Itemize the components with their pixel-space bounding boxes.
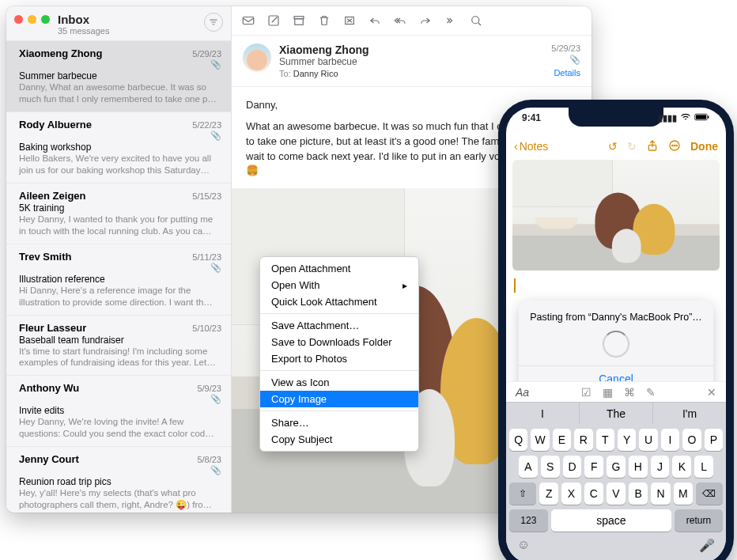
svg-rect-10 [708,115,709,118]
menu-item[interactable]: Save to Downloads Folder [260,334,418,350]
prediction[interactable]: The [580,403,653,425]
key-f[interactable]: F [584,456,603,478]
details-link[interactable]: Details [551,68,580,78]
checklist-icon[interactable]: ☑︎ [581,386,591,399]
menu-item[interactable]: Copy Image [260,391,418,407]
menu-item[interactable]: Share… [260,414,418,431]
prediction[interactable]: I'm [653,403,726,425]
predictive-bar[interactable]: ITheI'm [506,402,726,425]
search-icon[interactable] [464,10,488,31]
msg-date: 5/9/23 [197,384,221,393]
junk-icon[interactable] [338,10,361,31]
trash-icon[interactable] [312,10,336,31]
emoji-key[interactable]: ☺ [517,538,530,553]
format-aa[interactable]: Aa [516,386,529,399]
window-traffic-lights[interactable] [14,15,50,24]
key-x[interactable]: X [561,482,580,505]
notes-back-label: Notes [520,140,549,153]
more-icon[interactable] [439,10,463,31]
msg-from: Rody Albuerne [19,119,92,131]
done-button[interactable]: Done [690,140,718,153]
key-q[interactable]: Q [509,429,527,451]
key-s[interactable]: S [541,456,560,478]
key-t[interactable]: T [596,429,614,451]
menu-item[interactable]: Export to Photos [260,350,418,367]
camera-icon[interactable]: ⌘ [624,386,635,399]
undo-icon[interactable]: ↺ [608,140,618,153]
dictation-key[interactable]: 🎤 [699,538,715,553]
menu-item[interactable]: Open With▸ [260,277,418,293]
key-b[interactable]: B [629,482,648,505]
key-y[interactable]: Y [618,429,636,451]
msg-from: Trev Smith [19,251,71,263]
key-i[interactable]: I [661,429,679,451]
note-pasted-image[interactable] [512,160,720,271]
filter-icon[interactable] [204,13,223,32]
message-row[interactable]: Anthony Wu5/9/23📎Invite editsHey Danny, … [6,375,231,446]
key-k[interactable]: K [672,456,691,478]
key-p[interactable]: P [705,429,723,451]
space-key[interactable]: space [551,509,671,532]
key-c[interactable]: C [584,482,603,505]
minimize-window-dot[interactable] [28,15,36,24]
key-z[interactable]: Z [539,482,558,505]
key-u[interactable]: U [639,429,657,451]
key-a[interactable]: A [519,456,538,478]
chevron-left-icon: ‹ [514,140,518,153]
key-g[interactable]: G [607,456,626,478]
menu-item[interactable]: Save Attachment… [260,317,418,334]
key-j[interactable]: J [651,456,670,478]
message-row[interactable]: Rody Albuerne5/22/23📎Baking workshopHell… [6,112,231,183]
message-row[interactable]: Jenny Court5/8/23📎Reunion road trip pics… [6,446,231,513]
archive-icon[interactable] [287,10,311,31]
message-row[interactable]: Xiaomeng Zhong5/29/23📎Summer barbecueDan… [6,40,231,112]
shift-key[interactable]: ⇧ [509,482,536,505]
return-key[interactable]: return [675,509,723,532]
format-bar[interactable]: Aa ☑︎ ▦ ⌘ ✎ ✕ [506,381,726,403]
reply-all-icon[interactable] [388,10,412,31]
sender-avatar[interactable] [243,44,271,72]
draw-icon[interactable]: ✎ [646,386,656,399]
prediction[interactable]: I [506,403,580,425]
notes-back-button[interactable]: ‹ Notes [514,140,548,153]
numbers-key[interactable]: 123 [509,509,548,532]
header-date: 5/29/23 [551,44,580,53]
close-format-icon[interactable]: ✕ [707,386,716,399]
forward-icon[interactable] [414,10,437,31]
key-d[interactable]: D [563,456,582,478]
backspace-key[interactable]: ⌫ [696,482,723,505]
more-circle-icon[interactable] [668,139,681,154]
menu-item[interactable]: View as Icon [260,374,418,391]
msg-date: 5/22/23 [192,120,221,130]
message-list[interactable]: Xiaomeng Zhong5/29/23📎Summer barbecueDan… [6,40,231,513]
share-icon[interactable] [646,139,659,154]
envelope-icon[interactable] [236,10,260,31]
key-l[interactable]: L [694,456,713,478]
close-window-dot[interactable] [14,15,23,24]
context-menu[interactable]: Open AttachmentOpen With▸Quick Look Atta… [259,256,419,452]
key-m[interactable]: M [674,482,693,505]
key-v[interactable]: V [607,482,626,505]
menu-item[interactable]: Quick Look Attachment [260,293,418,310]
menu-item[interactable]: Open Attachment [260,260,418,277]
key-r[interactable]: R [574,429,592,451]
message-list-sidebar: Inbox 35 messages Xiaomeng Zhong5/29/23📎… [6,6,232,513]
key-e[interactable]: E [553,429,571,451]
key-o[interactable]: O [682,429,701,451]
keyboard[interactable]: QWERTYUIOPASDFGHJKL⇧ZXCVBNM⌫123spaceretu… [506,424,726,560]
redo-icon[interactable]: ↻ [627,140,637,153]
reply-icon[interactable] [363,10,387,31]
compose-icon[interactable] [262,10,285,31]
message-header: Xiaomeng Zhong Summer barbecue To: Danny… [232,36,591,87]
key-w[interactable]: W [531,429,549,451]
zoom-window-dot[interactable] [41,15,50,24]
text-cursor [514,278,516,293]
message-row[interactable]: Fleur Lasseur5/10/23Baseball team fundra… [6,315,231,376]
menu-item[interactable]: Copy Subject [260,431,418,448]
message-row[interactable]: Aileen Zeigen5/15/235K trainingHey Danny… [6,183,231,244]
key-h[interactable]: H [629,456,648,478]
msg-date: 5/29/23 [192,49,221,59]
key-n[interactable]: N [651,482,670,505]
table-icon[interactable]: ▦ [603,386,613,399]
message-row[interactable]: Trev Smith5/11/23📎Illustration reference… [6,244,231,315]
